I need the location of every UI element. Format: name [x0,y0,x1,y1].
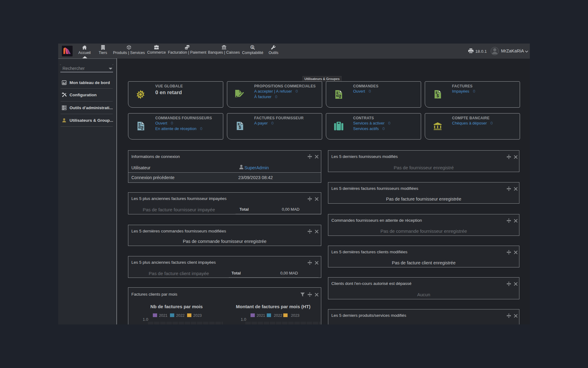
svg-text:$: $ [239,125,241,130]
svg-text:$: $ [437,93,439,98]
svg-text:$: $ [251,46,253,49]
